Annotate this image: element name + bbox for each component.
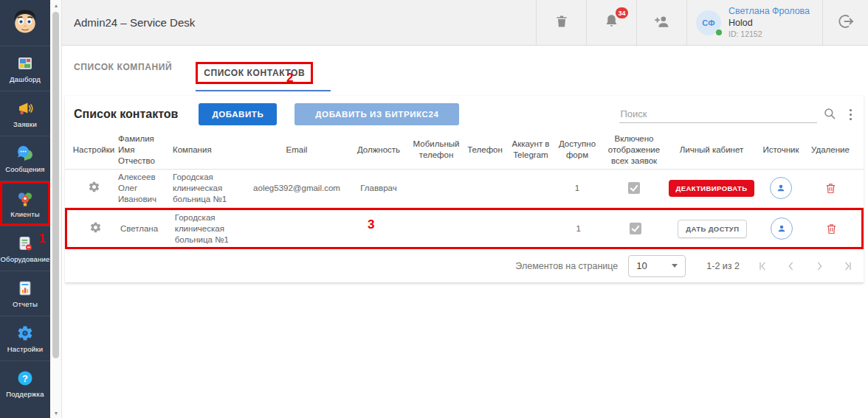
pagination-bar: Элементов на странице 10 1-2 из 2 xyxy=(65,249,864,283)
col-header: Должность xyxy=(348,142,409,158)
trash-header-button[interactable] xyxy=(536,0,586,45)
sidebar-item-label: Оборудование xyxy=(0,255,49,263)
user-menu[interactable]: СФ Светлана Фролова Holod ID: 12152 xyxy=(686,0,822,45)
row-settings-gear-icon[interactable] xyxy=(89,221,102,237)
contact-position: Главврач xyxy=(348,181,409,196)
tab-contact-list[interactable]: СПИСОК КОНТАКТОВ xyxy=(196,62,331,91)
reports-icon xyxy=(16,279,35,298)
col-header: Телефон xyxy=(464,142,506,158)
sidebar-item-label: Поддержка xyxy=(6,390,44,398)
add-from-bitrix24-button[interactable]: ДОБАВИТЬ ИЗ БИТРИКС24 xyxy=(294,103,459,125)
prev-page-button[interactable] xyxy=(785,260,797,272)
sidebar-item-reports[interactable]: Отчеты xyxy=(0,271,50,316)
col-header: Личный кабинет xyxy=(669,142,754,158)
sidebar-item-label: Отчеты xyxy=(13,300,38,308)
dashboard-icon xyxy=(16,54,35,73)
items-per-page-label: Элементов на странице xyxy=(515,261,618,271)
forms-available: 1 xyxy=(557,221,601,237)
tab-company-list[interactable]: СПИСОК КОМПАНИЙ xyxy=(74,62,190,91)
card-toolbar: Список контактов ДОБАВИТЬ ДОБАВИТЬ ИЗ БИ… xyxy=(65,96,864,131)
logout-button[interactable] xyxy=(822,0,868,45)
pagination-range: 1-2 из 2 xyxy=(706,261,740,271)
clients-icon xyxy=(16,189,35,208)
annotation-number-3: 3 xyxy=(368,217,374,232)
table-row: Алексеев Олег Иванович Городская клиниче… xyxy=(65,170,864,208)
contact-email: aoleg5392@gmail.com xyxy=(245,181,348,196)
app-title: Admin24 – Service Desk xyxy=(62,0,536,45)
sidebar-item-settings[interactable]: Настройки xyxy=(0,316,50,360)
source-person-icon[interactable] xyxy=(771,217,793,240)
admin24-app: Дашборд Заявки xyxy=(0,0,868,418)
add-button[interactable]: ДОБАВИТЬ xyxy=(199,103,277,125)
more-options-icon[interactable] xyxy=(842,108,857,124)
search-input[interactable] xyxy=(619,105,817,123)
sidebar-item-label: Клиенты xyxy=(10,210,40,218)
online-status-dot xyxy=(716,29,722,35)
col-header: Аккаунт в Telegram xyxy=(506,136,555,163)
contact-company: Городская клиническая больница №1 xyxy=(170,170,245,207)
sidebar-item-clients[interactable]: Клиенты xyxy=(0,181,50,226)
col-header: Доступно форм xyxy=(555,136,599,163)
scroll-up-icon[interactable]: ▲ xyxy=(50,0,62,10)
contact-mobile xyxy=(410,226,465,231)
cartoon-avatar-icon xyxy=(9,5,41,41)
sidebar-item-label: Дашборд xyxy=(10,75,41,83)
col-header: Компания xyxy=(170,142,245,158)
user-company: Holod xyxy=(728,18,810,29)
search-icon[interactable] xyxy=(823,107,836,123)
col-header: Настройки xyxy=(72,142,115,158)
last-page-button[interactable] xyxy=(841,260,853,272)
row-settings-gear-icon[interactable] xyxy=(88,181,100,196)
svg-text:?: ? xyxy=(22,373,28,384)
support-icon: ? xyxy=(16,369,35,388)
sidebar-item-label: Настройки xyxy=(7,345,43,353)
next-page-button[interactable] xyxy=(813,260,825,272)
annotation-number-1: 1 xyxy=(38,231,45,246)
delete-row-button[interactable] xyxy=(825,223,838,235)
source-person-icon[interactable] xyxy=(770,177,792,199)
sidebar-item-label: Сообщения xyxy=(5,165,44,173)
all-requests-checkbox[interactable] xyxy=(630,223,641,234)
chat-icon xyxy=(16,144,35,163)
first-page-button[interactable] xyxy=(757,260,769,272)
contact-email xyxy=(247,226,351,231)
scroll-down-icon[interactable]: ▼ xyxy=(50,408,62,418)
items-per-page-select[interactable]: 10 xyxy=(628,255,686,277)
user-name: Светлана Фролова xyxy=(728,6,810,18)
app-logo-avatar[interactable] xyxy=(0,0,50,46)
add-user-button[interactable] xyxy=(636,0,686,45)
megaphone-icon xyxy=(16,99,35,118)
sidebar-scrollbar[interactable]: ▲ ▼ xyxy=(50,0,62,418)
col-header: Источник xyxy=(754,142,807,158)
equipment-icon xyxy=(16,234,35,253)
contacts-card: Список контактов ДОБАВИТЬ ДОБАВИТЬ ИЗ БИ… xyxy=(65,96,864,283)
notification-badge: 34 xyxy=(616,7,628,18)
col-header: Удаление xyxy=(807,142,853,158)
scrollbar-thumb[interactable] xyxy=(52,12,59,358)
trash-icon xyxy=(554,14,569,32)
all-requests-checkbox[interactable] xyxy=(628,182,640,194)
logout-icon xyxy=(837,13,855,33)
grant-access-button[interactable]: ДАТЬ ДОСТУП xyxy=(678,220,747,238)
contact-position xyxy=(350,226,410,231)
annotation-box-2: СПИСОК КОНТАКТОВ xyxy=(196,62,313,84)
settings-gear-icon xyxy=(16,324,35,343)
card-title: Список контактов xyxy=(74,108,178,121)
contact-name: Алексеев Олег Иванович xyxy=(115,170,170,207)
deactivate-button[interactable]: ДЕАКТИВИРОВАТЬ xyxy=(669,180,755,197)
user-avatar: СФ xyxy=(696,10,721,35)
tab-bar: СПИСОК КОМПАНИЙ СПИСОК КОНТАКТОВ xyxy=(62,46,868,91)
sidebar-item-support[interactable]: ? Поддержка xyxy=(0,360,50,405)
notifications-button[interactable]: 34 xyxy=(586,0,636,45)
sidebar-item-requests[interactable]: Заявки xyxy=(0,91,50,136)
delete-row-button[interactable] xyxy=(824,182,837,195)
col-header: Мобильный телефон xyxy=(409,136,464,163)
user-id: ID: 12152 xyxy=(728,29,810,39)
sidebar-item-dashboard[interactable]: Дашборд xyxy=(0,46,50,91)
sidebar-item-label: Заявки xyxy=(13,120,37,128)
contact-mobile xyxy=(409,186,464,190)
sidebar-item-messages[interactable]: Сообщения xyxy=(0,136,50,181)
forms-available: 1 xyxy=(555,181,599,196)
bell-icon: 34 xyxy=(604,13,619,32)
col-header: Email xyxy=(245,142,348,158)
